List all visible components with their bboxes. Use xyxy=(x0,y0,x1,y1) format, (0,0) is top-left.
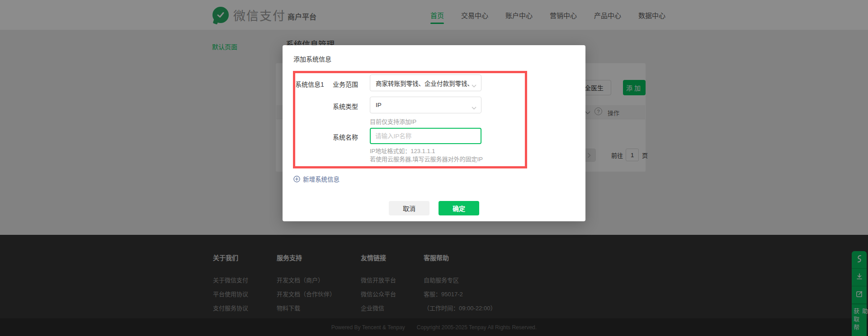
modal-title: 添加系统信息 xyxy=(293,54,331,63)
confirm-button[interactable]: 确定 xyxy=(439,201,479,215)
type-select[interactable]: IP xyxy=(370,97,481,113)
name-hint-cloud: 若使用云服务器,填写云服务器对外的固定IP xyxy=(370,154,483,163)
type-hint: 目前仅支持添加IP xyxy=(370,117,416,126)
scope-field-label: 业务范围 xyxy=(333,79,358,89)
system-name-input[interactable] xyxy=(370,128,481,144)
chevron-down-icon xyxy=(472,103,476,112)
group-label: 系统信息1 xyxy=(295,79,324,89)
add-system-info-modal: 添加系统信息 系统信息1 业务范围 商家转账到零钱、企业付款到零钱、微工 系统类… xyxy=(283,45,585,221)
add-link-label: 新增系统信息 xyxy=(303,174,340,183)
modal-actions: 取消 确定 xyxy=(283,201,585,215)
chevron-down-icon xyxy=(472,81,476,89)
name-field-label: 系统名称 xyxy=(333,132,358,141)
type-field-label: 系统类型 xyxy=(333,102,358,111)
cancel-button[interactable]: 取消 xyxy=(389,201,429,215)
page: 微信支付 商户平台 首页 交易中心 账户中心 营销中心 产品中心 数据中心 默认… xyxy=(0,0,868,336)
add-system-info-link[interactable]: 新增系统信息 xyxy=(293,174,340,183)
scope-select-value: 商家转账到零钱、企业付款到零钱、微工 xyxy=(376,79,469,88)
type-select-value: IP xyxy=(376,102,382,108)
scope-select[interactable]: 商家转账到零钱、企业付款到零钱、微工 xyxy=(370,75,481,91)
name-hint-format: IP地址格式如：123.1.1.1 xyxy=(370,146,435,155)
plus-circle-icon xyxy=(293,176,300,182)
